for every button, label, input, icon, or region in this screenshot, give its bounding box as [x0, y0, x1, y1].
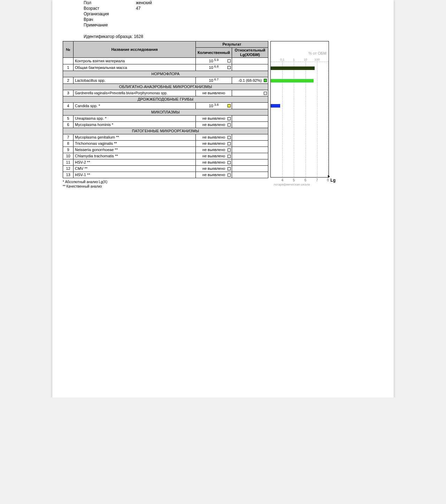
table-row: 12CMV ** не выявлено: [63, 166, 268, 172]
marker-icon: [228, 142, 231, 145]
footnote-2: ** Качественный анализ: [63, 184, 268, 189]
header-quant: Количественный: [196, 48, 232, 58]
gridline: [317, 61, 317, 177]
section-normoflora: НОРМОФЛОРА: [63, 71, 268, 77]
sample-id: Идентификатор образца: 1628: [84, 34, 383, 39]
marker-icon: [228, 148, 231, 151]
table-row: 6 Mycoplasma hominis * не выявлено: [63, 122, 268, 128]
table-row: 3 Gardnerella vaginalis+Prevotella bivia…: [63, 90, 268, 96]
results-table: № Название исследования Результат Количе…: [63, 41, 268, 178]
report-page: Полженский Возраст47 Организация Врач Пр…: [52, 0, 394, 397]
header-name: Название исследования: [74, 41, 196, 58]
age-label: Возраст: [84, 6, 136, 11]
tick-label: 6: [305, 178, 307, 182]
marker-icon: [264, 79, 267, 82]
chart-title: % от ОБМ: [308, 51, 326, 55]
axis-caption: логарифмическая шкала: [274, 183, 310, 186]
tick-label: 0.1: [280, 58, 285, 61]
age-value: 47: [136, 6, 140, 11]
doctor-label: Врач: [84, 17, 136, 22]
table-row: 7Mycoplasma genitalium ** не выявлено: [63, 134, 268, 141]
gridline: [294, 61, 294, 177]
table-row: 11HSV-2 ** не выявлено: [63, 159, 268, 166]
marker-icon: [228, 66, 231, 69]
tick-label: 4: [281, 178, 283, 182]
note-label: Примечание: [84, 22, 136, 28]
gridline: [306, 61, 306, 177]
section-obligate: ОБЛИГАТНО-АНАЭРОБНЫЕ МИКРООРГАНИЗМЫ: [63, 84, 268, 90]
table-header-row: № Название исследования Результат: [63, 41, 268, 48]
table-row: 13HSV-1 ** не выявлено: [63, 172, 268, 178]
marker-icon: [264, 92, 267, 95]
marker-icon: [228, 155, 231, 158]
table-row: 5 Ureaplasma spp. * не выявлено: [63, 116, 268, 122]
header-result: Результат: [196, 41, 268, 48]
bar-lacto: [271, 79, 314, 82]
marker-icon: [228, 123, 231, 126]
org-label: Организация: [84, 11, 136, 17]
marker-icon: [228, 161, 231, 164]
footnotes: * Абсолютный анализ Lg(X) ** Качественны…: [63, 180, 268, 189]
table-row: 4 Candida spp. * 103.8: [63, 103, 268, 109]
bar-total: [271, 66, 315, 70]
tick-label: 1: [293, 58, 295, 61]
tick-label: 10: [304, 58, 307, 61]
table-row: 8Trichomonas vaginalis ** не выявлено: [63, 141, 268, 147]
sex-value: женский: [136, 0, 152, 6]
table-row: 2 Lactobacillus spp. 106.7 -0.1 (68-92%): [63, 77, 268, 84]
section-myco: МИКОПЛАЗМЫ: [63, 109, 268, 116]
tick-label: 8: [327, 178, 329, 182]
table-row: Контроль взятия материала 105.9: [63, 58, 268, 64]
header-num: №: [63, 41, 74, 58]
bar-candida: [271, 104, 280, 108]
table-row: 10Chlamydia trachomatis ** не выявлено: [63, 153, 268, 159]
footnote-1: * Абсолютный анализ Lg(X): [63, 180, 268, 184]
marker-icon: [228, 173, 231, 176]
section-patho: ПАТОГЕННЫЕ МИКРООРГАНИЗМЫ: [63, 128, 268, 134]
axis-arrow-icon: [328, 175, 330, 178]
gridline: [282, 61, 283, 177]
patient-meta: Полженский Возраст47 Организация Врач Пр…: [84, 0, 383, 28]
tick-label: 7: [316, 178, 318, 182]
marker-icon: [228, 167, 231, 170]
marker-icon: [228, 136, 231, 139]
sex-label: Пол: [84, 0, 136, 6]
axis-label: Lg: [330, 178, 336, 183]
header-rel: Относительный Lg(X/ОБМ): [232, 48, 268, 58]
table-row: 9Neisseria gonorrhoeae ** не выявлено: [63, 147, 268, 153]
marker-icon: [228, 60, 231, 63]
chart: % от ОБМ 0.1 1 10 100: [270, 41, 329, 178]
top-scale: 0.1 1 10 100: [271, 62, 329, 62]
marker-icon: [228, 104, 231, 108]
table-row: 1 Общая бактериальная масса 106.8: [63, 64, 268, 71]
marker-icon: [228, 117, 231, 120]
section-yeast: ДРОЖЖЕПОДОБНЫЕ ГРИБЫ: [63, 96, 268, 103]
gridline: [328, 61, 328, 177]
tick-label: 100: [314, 58, 320, 61]
tick-label: 5: [293, 178, 295, 182]
